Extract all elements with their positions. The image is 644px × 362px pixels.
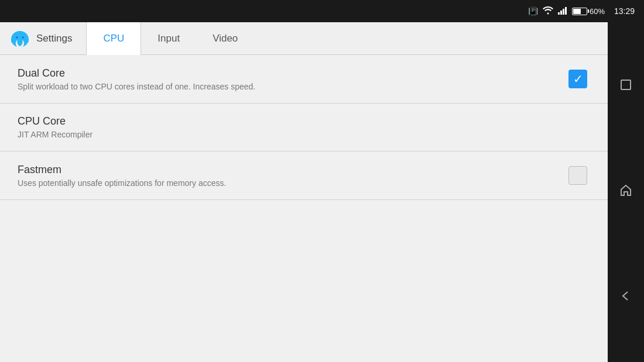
setting-title-fastmem: Fastmem xyxy=(18,164,566,176)
setting-row-fastmem: Fastmem Uses potentially unsafe optimiza… xyxy=(0,151,608,200)
content-area: Dual Core Split workload to two CPU core… xyxy=(0,55,608,362)
tab-input[interactable]: Input xyxy=(141,22,196,54)
recent-apps-icon xyxy=(619,78,632,95)
status-icons: 📳 60% 13:29 xyxy=(528,6,635,16)
setting-desc-dual-core: Split workload to two CPU cores instead … xyxy=(18,82,566,91)
svg-rect-0 xyxy=(558,12,560,15)
setting-title-cpu-core: CPU Core xyxy=(18,115,590,127)
dual-core-checkbox[interactable]: ✓ xyxy=(566,67,590,91)
side-nav xyxy=(608,22,644,362)
setting-row-cpu-core[interactable]: CPU Core JIT ARM Recompiler xyxy=(0,104,608,151)
vibrate-icon: 📳 xyxy=(528,6,538,16)
time-display: 13:29 xyxy=(614,6,635,16)
svg-rect-1 xyxy=(560,11,562,15)
app-title: Settings xyxy=(36,33,72,44)
svg-rect-2 xyxy=(563,9,564,15)
app-logo-section: Settings xyxy=(0,22,81,54)
dual-core-checkbox-box: ✓ xyxy=(568,70,587,88)
battery-indicator: 60% xyxy=(572,7,605,16)
home-icon xyxy=(619,184,632,200)
tab-video[interactable]: Video xyxy=(196,22,254,54)
svg-point-5 xyxy=(22,36,24,38)
setting-text-cpu-core: CPU Core JIT ARM Recompiler xyxy=(18,115,590,139)
home-button[interactable] xyxy=(613,179,639,205)
tabs: CPU Input Video xyxy=(86,22,254,54)
tab-bar: Settings CPU Input Video xyxy=(0,22,608,55)
setting-text-fastmem: Fastmem Uses potentially unsafe optimiza… xyxy=(18,164,566,188)
dolphin-logo xyxy=(9,30,30,47)
battery-fill xyxy=(573,9,581,14)
setting-title-dual-core: Dual Core xyxy=(18,67,566,80)
app-area: Settings CPU Input Video Dual Core xyxy=(0,22,608,362)
svg-rect-3 xyxy=(565,7,567,15)
setting-text-dual-core: Dual Core Split workload to two CPU core… xyxy=(18,67,566,91)
fastmem-checkbox-box: ✓ xyxy=(568,166,587,185)
setting-desc-fastmem: Uses potentially unsafe optimizations fo… xyxy=(18,178,566,188)
setting-row-dual-core: Dual Core Split workload to two CPU core… xyxy=(0,55,608,104)
back-button[interactable] xyxy=(613,285,639,311)
main-area: Settings CPU Input Video Dual Core xyxy=(0,22,644,362)
status-bar: 📳 60% 13:29 xyxy=(0,0,644,22)
wifi-icon xyxy=(543,6,553,16)
signal-icon xyxy=(558,6,567,16)
recent-apps-button[interactable] xyxy=(613,74,639,99)
setting-desc-cpu-core: JIT ARM Recompiler xyxy=(18,130,590,139)
battery-percent: 60% xyxy=(590,7,605,16)
fastmem-checkbox[interactable]: ✓ xyxy=(566,163,590,188)
back-icon xyxy=(619,289,632,306)
svg-rect-6 xyxy=(621,80,631,89)
battery-box xyxy=(572,8,587,15)
svg-point-4 xyxy=(16,36,18,38)
tab-cpu[interactable]: CPU xyxy=(86,22,141,54)
